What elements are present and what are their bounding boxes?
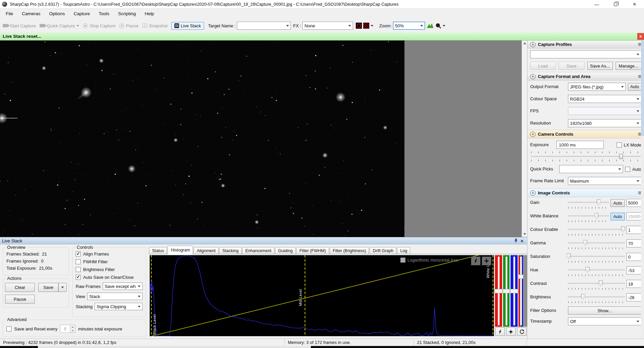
contrast-value[interactable]: 18 <box>626 280 642 288</box>
green-level-handle[interactable] <box>503 289 510 293</box>
apply-stretch-button[interactable] <box>506 327 516 336</box>
fwhm-filter-checkbox[interactable] <box>76 259 81 264</box>
chevron-down-icon[interactable] <box>443 25 445 27</box>
auto-save-row[interactable]: ✓ Auto Save on Clear/Close <box>73 273 146 281</box>
tab-status[interactable]: Status <box>149 247 167 254</box>
gain-slider-thumb[interactable] <box>597 199 601 205</box>
tab-drift-graph[interactable]: Drift Graph <box>370 247 396 254</box>
save-as-button[interactable]: Save As... <box>587 62 613 70</box>
auto-stretch-button[interactable] <box>495 327 505 336</box>
fps-combo[interactable] <box>568 107 641 115</box>
collapse-icon[interactable]: ∧ <box>530 74 536 79</box>
gain-value[interactable]: 5000 <box>626 199 642 207</box>
scroll-up-button[interactable] <box>522 41 527 46</box>
pause-button[interactable]: Pause <box>119 23 139 28</box>
load-button[interactable]: Load <box>530 62 556 70</box>
scroll-down-button[interactable] <box>522 231 527 237</box>
collapse-icon[interactable]: ∧ <box>530 132 536 137</box>
reticle-icon[interactable] <box>356 23 362 29</box>
white-balance-slider-thumb[interactable] <box>594 213 598 219</box>
quick-picks-combo[interactable] <box>559 165 623 173</box>
align-frames-row[interactable]: ✓ Align Frames <box>73 250 146 258</box>
log-axis-option[interactable]: Logarithmic Horizontal Axis <box>400 258 459 263</box>
brightness-slider-thumb[interactable] <box>581 294 585 300</box>
stacking-combo[interactable]: Sigma Clipping <box>95 303 143 310</box>
colour-space-combo[interactable]: RGB24 <box>568 95 641 103</box>
spinner-arrows[interactable] <box>70 325 75 333</box>
save-button[interactable]: Save <box>38 283 58 292</box>
colour-enable-slider-thumb[interactable] <box>621 226 625 232</box>
tab-histogram[interactable]: Histogram <box>168 246 193 254</box>
menu-item-cameras[interactable]: Cameras <box>18 9 45 19</box>
manage-button[interactable]: Manage... <box>616 62 641 70</box>
auto-save-checkbox[interactable]: ✓ <box>76 275 81 280</box>
combined-level-handle[interactable] <box>518 274 523 279</box>
image-vertical-scrollbar[interactable] <box>522 41 527 237</box>
close-button[interactable]: × <box>625 0 644 9</box>
view-combo[interactable]: Stack <box>87 293 143 300</box>
minimize-button[interactable]: — <box>587 0 606 9</box>
slider-track[interactable] <box>568 202 609 203</box>
white-balance-auto-button[interactable]: Auto <box>611 213 625 220</box>
menu-item-file[interactable]: File <box>1 9 18 19</box>
notification-close-button[interactable]: × <box>637 33 644 40</box>
chevron-down-icon[interactable] <box>371 25 373 27</box>
crosshair-icon[interactable] <box>363 23 369 29</box>
right-panel-scrollbar[interactable] <box>641 41 644 339</box>
tab-filter-fwhm[interactable]: Filter (FWHM) <box>296 247 329 254</box>
zoom-combo[interactable]: 50% <box>393 22 425 30</box>
saturation-value[interactable]: 0 <box>626 253 642 261</box>
slider-track[interactable] <box>568 256 625 257</box>
pause-stack-button[interactable]: Pause <box>5 295 35 304</box>
fwhm-filter-row[interactable]: FWHM Filter <box>73 258 146 266</box>
interval-spinner[interactable]: 5 <box>60 325 75 333</box>
brightness-filter-checkbox[interactable] <box>76 267 81 272</box>
slider-track[interactable] <box>568 283 625 284</box>
quick-picks-auto-checkbox[interactable] <box>625 167 630 172</box>
save-menu-button[interactable] <box>58 283 67 292</box>
target-name-combo[interactable] <box>237 22 291 30</box>
camera-controls-header[interactable]: ∧ Camera Controls ≡ <box>527 130 644 138</box>
blue-level-handle[interactable] <box>510 289 518 293</box>
capture-profiles-header[interactable]: ∧ Capture Profiles ≡ <box>527 41 644 49</box>
live-stack-button[interactable]: Live Stack <box>171 22 204 30</box>
quick-capture-button[interactable]: Quick Capture <box>40 23 79 28</box>
white-balance-value[interactable]: 15000 <box>626 212 642 220</box>
menu-item-capture[interactable]: Capture <box>69 9 94 19</box>
save-reset-checkbox[interactable] <box>6 326 11 331</box>
slider-track[interactable] <box>568 229 625 230</box>
menu-item-help[interactable]: Help <box>140 9 158 19</box>
collapse-icon[interactable]: ∧ <box>530 42 536 47</box>
brightness-filter-row[interactable]: Brightness Filter <box>73 266 146 273</box>
brightness-value[interactable]: -26 <box>626 293 642 301</box>
fx-combo[interactable]: None <box>302 22 353 30</box>
resolution-combo[interactable]: 1920x1080 <box>568 119 641 127</box>
exposure-slider-thumb[interactable] <box>619 154 623 159</box>
green-level-slider[interactable] <box>503 255 510 327</box>
hue-value[interactable]: -53 <box>626 266 642 274</box>
output-format-auto-button[interactable]: Auto <box>628 83 641 91</box>
slider-track[interactable] <box>531 156 641 157</box>
save-profile-button[interactable]: Save <box>559 62 584 70</box>
frame-rate-combo[interactable]: Maximum <box>568 177 641 185</box>
start-capture-button[interactable]: Start Capture <box>3 23 36 28</box>
scrollbar-thumb[interactable] <box>641 41 644 136</box>
restore-button[interactable] <box>606 0 625 9</box>
gain-auto-button[interactable]: Auto <box>611 199 625 207</box>
tab-filter-brightness[interactable]: Filter (Brightness) <box>330 247 369 254</box>
tab-stacking[interactable]: Stacking <box>219 247 242 254</box>
snapshot-button[interactable]: Snapshot <box>142 23 168 28</box>
tab-alignment[interactable]: Alignment <box>194 247 219 254</box>
menu-item-tools[interactable]: Tools <box>94 9 114 19</box>
lx-mode-checkbox[interactable] <box>617 142 622 148</box>
capture-format-header[interactable]: ∧ Capture Format and Area ≡ <box>527 73 644 81</box>
live-stack-close-button[interactable]: × <box>519 238 525 244</box>
menu-item-options[interactable]: Options <box>45 9 70 19</box>
stretch-apply-button[interactable] <box>482 257 491 265</box>
reset-stretch-button[interactable] <box>517 327 526 336</box>
slider-track[interactable] <box>568 215 609 216</box>
output-format-combo[interactable]: JPEG files (*.jpg) <box>568 83 626 91</box>
timestamp-combo[interactable]: Off <box>568 317 641 325</box>
slider-track[interactable] <box>568 269 625 270</box>
tab-log[interactable]: Log <box>397 247 410 254</box>
